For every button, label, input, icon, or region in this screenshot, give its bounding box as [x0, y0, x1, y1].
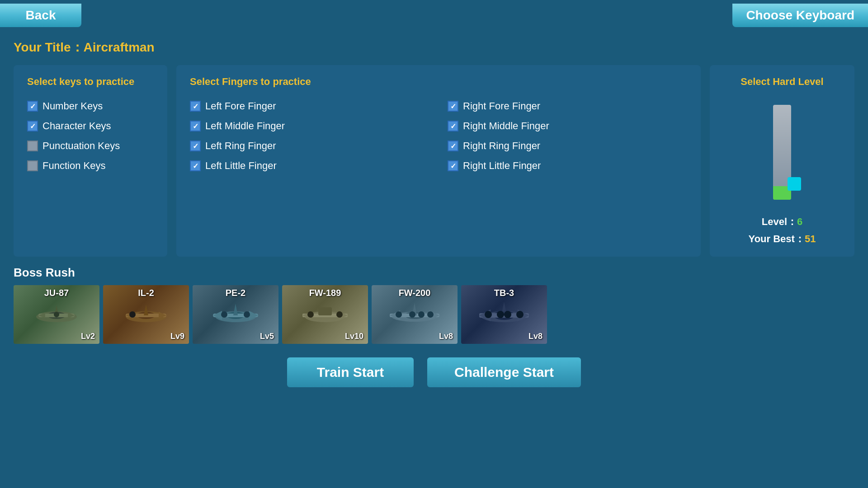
boss-il2-level: Lv9 [170, 332, 184, 341]
svg-point-35 [396, 311, 402, 318]
right-ring-checkbox[interactable] [448, 141, 458, 151]
boss-pe2-level: Lv5 [260, 332, 274, 341]
svg-rect-24 [318, 307, 332, 315]
level-panel: Select Hard Level Level：6 Your Best：51 [710, 65, 854, 257]
character-keys-item[interactable]: Character Keys [27, 120, 154, 132]
boss-card-ju87[interactable]: JU-87 Lv2 [14, 285, 99, 344]
right-middle-checkbox[interactable] [448, 121, 458, 131]
punctuation-keys-checkbox[interactable] [27, 141, 38, 151]
left-little-item[interactable]: Left Little Finger [190, 160, 429, 172]
function-keys-item[interactable]: Function Keys [27, 160, 154, 172]
boss-fw200-level: Lv8 [439, 332, 453, 341]
svg-point-27 [307, 311, 314, 318]
left-middle-checkbox[interactable] [190, 121, 201, 131]
slider-track[interactable] [773, 105, 791, 200]
left-ring-item[interactable]: Left Ring Finger [190, 140, 429, 152]
svg-point-48 [516, 311, 524, 318]
boss-section: Boss Rush JU-87 Lv2 [0, 261, 868, 348]
svg-point-37 [418, 311, 425, 318]
level-value: 6 [797, 216, 802, 227]
svg-point-28 [336, 311, 343, 318]
challenge-start-button[interactable]: Challenge Start [427, 357, 581, 387]
boss-card-tb3[interactable]: TB-3 Lv8 [461, 285, 547, 344]
left-middle-label: Left Middle Finger [205, 120, 285, 132]
slider-thumb[interactable] [788, 177, 801, 191]
fingers-grid: Left Fore Finger Left Middle Finger Left… [190, 100, 687, 180]
boss-card-pe2[interactable]: PE-2 Lv5 [193, 285, 278, 344]
title-name: Aircraftman [84, 40, 155, 54]
title-section: Your Title：Aircraftman [0, 31, 868, 61]
boss-fw200-name: FW-200 [372, 288, 458, 298]
choose-keyboard-button[interactable]: Choose Keyboard [732, 4, 868, 27]
function-keys-checkbox[interactable] [27, 160, 38, 171]
left-fore-checkbox[interactable] [190, 101, 201, 112]
svg-point-6 [54, 312, 59, 317]
boss-fw189-name: FW-189 [282, 288, 368, 298]
plane-fw189-svg [298, 296, 352, 333]
bottom-buttons: Train Start Challenge Start [0, 348, 868, 396]
boss-il2-name: IL-2 [103, 288, 189, 298]
best-display: Your Best：51 [749, 232, 816, 246]
right-little-checkbox[interactable] [448, 160, 458, 171]
right-ring-label: Right Ring Finger [463, 140, 540, 152]
title-prefix: Your Title： [14, 40, 84, 54]
boss-ju87-level: Lv2 [81, 332, 95, 341]
boss-ju87-name: JU-87 [14, 288, 99, 298]
left-little-label: Left Little Finger [205, 160, 277, 172]
right-fore-item[interactable]: Right Fore Finger [448, 100, 687, 112]
keys-panel-title: Select keys to practice [27, 76, 154, 88]
svg-marker-10 [144, 305, 148, 315]
punctuation-keys-item[interactable]: Punctuation Keys [27, 140, 154, 152]
svg-point-13 [129, 311, 136, 318]
number-keys-item[interactable]: Number Keys [27, 100, 154, 112]
right-little-label: Right Little Finger [463, 160, 541, 172]
svg-point-21 [244, 311, 250, 318]
left-middle-item[interactable]: Left Middle Finger [190, 120, 429, 132]
right-little-item[interactable]: Right Little Finger [448, 160, 687, 172]
train-start-button[interactable]: Train Start [287, 357, 414, 387]
punctuation-keys-label: Punctuation Keys [42, 140, 120, 152]
number-keys-checkbox[interactable] [27, 101, 38, 112]
boss-fw189-level: Lv10 [345, 332, 363, 341]
svg-point-47 [504, 311, 511, 318]
level-slider-container [773, 105, 791, 209]
boss-pe2-name: PE-2 [193, 288, 278, 298]
left-fore-item[interactable]: Left Fore Finger [190, 100, 429, 112]
boss-card-fw200[interactable]: FW-200 Lv8 [372, 285, 458, 344]
fingers-panel: Select Fingers to practice Left Fore Fin… [176, 65, 701, 257]
svg-point-38 [427, 311, 434, 318]
svg-point-46 [497, 311, 504, 318]
number-keys-label: Number Keys [42, 100, 103, 112]
level-info: Level：6 Your Best：51 [749, 215, 816, 246]
character-keys-checkbox[interactable] [27, 121, 38, 131]
boss-grid: JU-87 Lv2 IL-2 Lv9 [14, 285, 854, 344]
plane-ju87-svg [29, 296, 84, 333]
svg-point-36 [409, 311, 415, 318]
plane-il2-svg [119, 296, 173, 333]
plane-fw200-svg [387, 296, 442, 333]
plane-tb3-svg [477, 296, 531, 333]
right-middle-item[interactable]: Right Middle Finger [448, 120, 687, 132]
top-bar: Back Choose Keyboard [0, 0, 868, 31]
right-middle-label: Right Middle Finger [463, 120, 549, 132]
boss-card-il2[interactable]: IL-2 Lv9 [103, 285, 189, 344]
svg-point-20 [221, 311, 227, 318]
svg-point-45 [485, 311, 492, 318]
character-keys-label: Character Keys [42, 120, 111, 132]
left-little-checkbox[interactable] [190, 160, 201, 171]
left-ring-checkbox[interactable] [190, 141, 201, 151]
level-display: Level：6 [749, 215, 816, 229]
keys-panel: Select keys to practice Number Keys Char… [14, 65, 167, 257]
boss-card-fw189[interactable]: FW-189 Lv10 [282, 285, 368, 344]
plane-pe2-svg [208, 296, 263, 333]
right-fore-label: Right Fore Finger [463, 100, 540, 112]
right-ring-item[interactable]: Right Ring Finger [448, 140, 687, 152]
right-fore-checkbox[interactable] [448, 101, 458, 112]
function-keys-label: Function Keys [42, 160, 105, 172]
fingers-panel-title: Select Fingers to practice [190, 76, 687, 88]
left-ring-label: Left Ring Finger [205, 140, 276, 152]
best-value: 51 [805, 233, 816, 244]
level-panel-title: Select Hard Level [741, 76, 823, 88]
back-button[interactable]: Back [0, 4, 81, 27]
svg-marker-17 [233, 304, 238, 315]
